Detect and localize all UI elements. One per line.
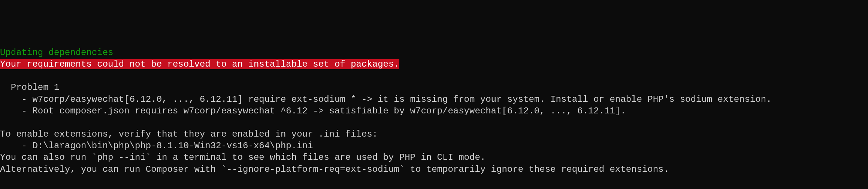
problem-header-line: Problem 1 (0, 82, 59, 92)
enable-extensions-line: To enable extensions, verify that they a… (0, 129, 378, 139)
alternative-hint-line: Alternatively, you can run Composer with… (0, 164, 669, 174)
php-ini-hint-line: You can also run `php --ini` in a termin… (0, 152, 486, 162)
problem-detail-line: - w7corp/easywechat[6.12.0, ..., 6.12.11… (0, 94, 772, 104)
error-message-line: Your requirements could not be resolved … (0, 59, 399, 69)
terminal-output: Updating dependencies Your requirements … (0, 47, 868, 175)
ini-path-line: - D:\laragon\bin\php\php-8.1.10-Win32-vs… (0, 141, 313, 151)
problem-detail-line: - Root composer.json requires w7corp/eas… (0, 106, 626, 116)
updating-dependencies-line: Updating dependencies (0, 48, 113, 58)
